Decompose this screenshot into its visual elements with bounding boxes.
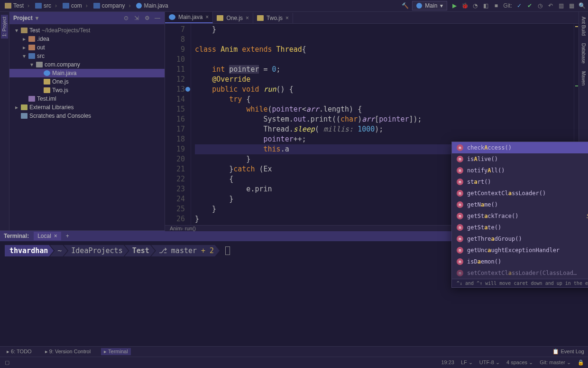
debug-icon[interactable]: 🐞 xyxy=(461,2,468,9)
line-number[interactable]: 11 xyxy=(165,65,185,75)
code-completion-popup[interactable]: mcheckAccess()voidmisAlive()booleanmnoti… xyxy=(451,142,588,288)
project-tool-tab[interactable]: 1: Project xyxy=(1,15,8,38)
coverage-icon[interactable]: ◔ xyxy=(472,2,478,9)
code-line[interactable] xyxy=(195,35,574,45)
code-line[interactable]: Thread.sleep( millis: 1000); xyxy=(195,124,574,134)
completion-item[interactable]: mnotifyAll()void xyxy=(452,165,588,176)
dropdown-icon[interactable]: ▾ xyxy=(36,15,38,21)
tool-window-button[interactable]: ▸ Terminal xyxy=(101,348,130,355)
completion-item[interactable]: mgetUncaughtExceptionHandlerUncaught… xyxy=(452,245,588,256)
code-line[interactable]: } xyxy=(195,25,574,35)
git-revert-icon[interactable]: ↶ xyxy=(547,2,554,9)
line-number[interactable]: 18 xyxy=(165,134,185,144)
completion-item[interactable]: misAlive()boolean xyxy=(452,153,588,165)
expand-icon[interactable]: ▾ xyxy=(22,53,27,59)
line-number[interactable]: 9 xyxy=(165,45,185,55)
code-line[interactable]: public void run() { xyxy=(195,85,574,94)
encoding[interactable]: UTF-8 ⌄ xyxy=(479,359,500,366)
code-line[interactable]: System.out.print((char)arr[pointer]); xyxy=(195,114,574,124)
ant-tool-tab[interactable]: Ant Build xyxy=(580,15,587,38)
project-tree[interactable]: ▾Test ~/IdeaProjects/Test▸.idea▸out▾src▾… xyxy=(9,24,165,122)
completion-item[interactable]: msetContextClassLoader(ClassLoad…void xyxy=(452,267,588,279)
tool-windows-icon[interactable]: ▢ xyxy=(4,359,10,366)
git-history-icon[interactable]: ◷ xyxy=(537,2,543,9)
completion-item[interactable]: mgetThreadGroup()ThreadGroup xyxy=(452,233,588,245)
tree-item[interactable]: Scratches and Consoles xyxy=(9,112,165,120)
tree-item[interactable]: ▾src xyxy=(9,52,165,60)
line-number[interactable]: 7 xyxy=(165,25,185,35)
line-number[interactable]: 16 xyxy=(165,114,185,124)
line-number[interactable]: 25 xyxy=(165,204,185,214)
locate-icon[interactable]: ⊙ xyxy=(123,15,129,21)
line-number[interactable]: 8 xyxy=(165,35,185,45)
expand-icon[interactable]: ▾ xyxy=(14,27,19,34)
code-line[interactable]: try { xyxy=(195,94,574,104)
stop-icon[interactable]: ■ xyxy=(493,2,499,9)
search-icon[interactable]: 🔍 xyxy=(579,2,585,9)
expand-icon[interactable]: ▾ xyxy=(29,61,34,68)
tree-item[interactable]: ▾Test ~/IdeaProjects/Test xyxy=(9,26,165,35)
line-number[interactable]: 12 xyxy=(165,75,185,85)
line-number[interactable]: 23 xyxy=(165,184,185,194)
editor-tab[interactable]: One.js× xyxy=(213,13,253,23)
code-line[interactable]: @Override xyxy=(195,75,574,85)
tree-item[interactable]: ▸External Libraries xyxy=(9,103,165,112)
tool-window-button[interactable]: ▸ 9: Version Control xyxy=(42,348,94,355)
tree-item[interactable]: One.js xyxy=(9,77,165,86)
line-number[interactable]: 21 xyxy=(165,164,185,174)
completion-item[interactable]: misDaemon()boolean xyxy=(452,256,588,267)
expand-icon[interactable]: ▸ xyxy=(22,44,27,51)
expand-icon[interactable]: ▸ xyxy=(22,36,27,42)
git-branch[interactable]: Git: master ⌄ xyxy=(540,359,571,366)
breadcrumb-item[interactable]: com xyxy=(61,2,92,9)
maven-tool-tab[interactable]: Maven xyxy=(580,69,587,87)
line-ending[interactable]: LF ⌄ xyxy=(461,359,473,366)
completion-item[interactable]: mgetContextClassLoader()ClassLoader xyxy=(452,188,588,199)
database-tool-tab[interactable]: Database xyxy=(580,41,587,66)
breadcrumb-item[interactable]: company xyxy=(92,2,135,9)
tool-window-button[interactable]: ▸ 6: TODO xyxy=(4,348,35,355)
close-icon[interactable]: × xyxy=(246,15,249,21)
line-number[interactable]: 13 xyxy=(165,85,185,94)
close-icon[interactable]: × xyxy=(205,14,209,20)
tree-item[interactable]: ▸.idea xyxy=(9,35,165,43)
tree-item[interactable]: Main.java xyxy=(9,69,165,77)
line-number[interactable]: 17 xyxy=(165,124,185,134)
editor-tab[interactable]: Main.java× xyxy=(165,12,213,23)
run-config-selector[interactable]: Main ▾ xyxy=(412,1,447,10)
line-number[interactable]: 15 xyxy=(165,104,185,114)
caret-position[interactable]: 19:23 xyxy=(441,359,454,366)
terminal-tab[interactable]: Local × xyxy=(34,232,61,240)
toolbar-icon[interactable]: ▥ xyxy=(558,2,564,9)
tree-item[interactable]: Two.js xyxy=(9,86,165,94)
expand-icon[interactable]: ⇲ xyxy=(133,15,140,21)
breadcrumb-method[interactable]: run() xyxy=(182,226,196,231)
completion-item[interactable]: mgetName()String xyxy=(452,199,588,210)
line-number[interactable]: 26 xyxy=(165,214,185,224)
line-number[interactable]: 22 xyxy=(165,174,185,184)
code-line[interactable]: int pointer = 0; xyxy=(195,65,574,75)
build-icon[interactable]: 🔨 xyxy=(402,2,408,9)
expand-icon[interactable]: ▸ xyxy=(14,104,19,111)
tree-item[interactable]: ▾com.company xyxy=(9,60,165,69)
run-icon[interactable]: ▶ xyxy=(451,2,458,9)
new-terminal-icon[interactable]: + xyxy=(66,233,69,239)
git-update-icon[interactable]: ✓ xyxy=(516,2,523,9)
close-icon[interactable]: × xyxy=(54,233,57,239)
breadcrumb-item[interactable]: src xyxy=(33,2,61,9)
line-number[interactable]: 14 xyxy=(165,94,185,104)
line-number[interactable]: 24 xyxy=(165,194,185,204)
editor-tab[interactable]: Two.js× xyxy=(253,13,293,23)
lock-icon[interactable]: 🔒 xyxy=(578,359,584,366)
toolbar-icon[interactable]: ▦ xyxy=(568,2,575,9)
code-line[interactable] xyxy=(195,55,574,65)
breadcrumb-item[interactable]: Test xyxy=(3,2,33,9)
event-log-button[interactable]: 📋 Event Log xyxy=(552,349,584,355)
completion-item[interactable]: mgetState()State xyxy=(452,222,588,233)
code-line[interactable]: while(pointer<arr.length) { xyxy=(195,104,574,114)
line-number[interactable]: 10 xyxy=(165,55,185,65)
profile-icon[interactable]: ◧ xyxy=(482,2,489,9)
close-icon[interactable]: × xyxy=(285,15,289,21)
tree-item[interactable]: ▸out xyxy=(9,43,165,52)
code-line[interactable]: class Anim extends Thread{ xyxy=(195,45,574,55)
